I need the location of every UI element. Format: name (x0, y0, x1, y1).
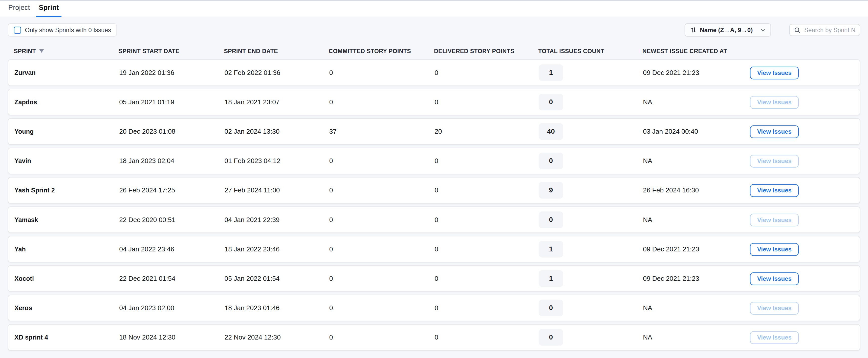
table-row: Yavin 18 Jan 2023 02:04 01 Feb 2023 04:1… (8, 147, 860, 174)
delivered-story-points: 0 (435, 275, 539, 282)
table-header: SPRINT SPRINT START DATE SPRINT END DATE… (8, 44, 860, 58)
sprint-name: Yamask (14, 217, 119, 223)
committed-story-points: 0 (329, 186, 435, 194)
newest-issue-created-at: NA (643, 304, 750, 312)
table-row: Xeros 04 Jan 2023 02:00 18 Jan 2023 01:4… (8, 295, 860, 321)
committed-story-points: 0 (329, 98, 435, 106)
sprint-end-date: 18 Jan 2023 01:46 (225, 304, 329, 312)
sprint-start-date: 05 Jan 2021 01:19 (119, 98, 224, 106)
view-issues-button: View Issues (750, 96, 799, 108)
sort-dropdown-label: Name (Z→A, 9→0) (700, 27, 753, 33)
tab-sprint[interactable]: Sprint (36, 4, 61, 17)
sprint-start-date: 18 Jan 2023 02:04 (119, 157, 224, 165)
sprint-end-date: 02 Jan 2024 13:30 (225, 128, 329, 135)
total-issues-badge: 1 (539, 241, 563, 257)
delivered-story-points: 0 (435, 157, 539, 165)
view-issues-button[interactable]: View Issues (750, 125, 799, 138)
view-issues-button[interactable]: View Issues (750, 272, 799, 285)
sprint-end-date: 18 Jan 2021 23:07 (225, 98, 329, 106)
zero-issues-filter-label: Only show Sprints with 0 Issues (25, 27, 111, 33)
sprint-start-date: 22 Dec 2020 00:51 (119, 216, 224, 224)
sprint-start-date: 19 Jan 2022 01:36 (119, 69, 224, 77)
committed-story-points: 0 (329, 216, 435, 224)
delivered-story-points: 0 (435, 69, 539, 77)
table-row: Zapdos 05 Jan 2021 01:19 18 Jan 2021 23:… (8, 89, 860, 115)
newest-issue-created-at: 26 Feb 2024 16:30 (643, 186, 750, 194)
table-row: XD sprint 4 18 Nov 2024 12:30 22 Nov 202… (8, 324, 860, 351)
column-header-committed: COMMITTED STORY POINTS (329, 48, 434, 54)
sprint-name: Young (14, 128, 119, 135)
newest-issue-created-at: 09 Dec 2021 21:23 (643, 69, 750, 77)
sprint-start-date: 26 Feb 2024 17:25 (119, 186, 224, 194)
total-issues-badge: 0 (539, 329, 563, 346)
search-icon (794, 26, 801, 33)
total-issues-badge: 0 (539, 94, 563, 110)
sort-arrows-icon (690, 27, 696, 33)
committed-story-points: 0 (329, 304, 435, 312)
newest-issue-created-at: 09 Dec 2021 21:23 (643, 275, 750, 282)
total-issues-badge: 9 (539, 182, 563, 199)
delivered-story-points: 0 (435, 98, 539, 106)
sprint-table-body: Zurvan 19 Jan 2022 01:36 02 Feb 2022 01:… (8, 59, 860, 351)
sprint-name: Zapdos (14, 99, 119, 105)
view-issues-button[interactable]: View Issues (750, 66, 799, 79)
sprint-name: Yah (14, 246, 119, 252)
table-row: Young 20 Dec 2023 01:08 02 Jan 2024 13:3… (8, 118, 860, 145)
view-issues-button: View Issues (750, 331, 799, 343)
committed-story-points: 0 (329, 333, 435, 341)
sprint-search (789, 24, 860, 36)
column-header-total-issues: TOTAL ISSUES COUNT (538, 48, 642, 54)
sprint-start-date: 04 Jan 2022 23:46 (119, 245, 224, 253)
committed-story-points: 0 (329, 245, 435, 253)
sprint-start-date: 04 Jan 2023 02:00 (119, 304, 224, 312)
table-row: Yash Sprint 2 26 Feb 2024 17:25 27 Feb 2… (8, 177, 860, 203)
sprint-end-date: 22 Nov 2024 12:30 (225, 333, 329, 341)
committed-story-points: 0 (329, 157, 435, 165)
sprint-end-date: 05 Jan 2022 01:54 (225, 275, 329, 282)
newest-issue-created-at: NA (643, 216, 750, 224)
sort-dropdown[interactable]: Name (Z→A, 9→0) (684, 23, 771, 37)
view-issues-button[interactable]: View Issues (750, 243, 799, 255)
toolbar: Only show Sprints with 0 Issues Name (Z→… (8, 24, 860, 36)
sprint-name: Xocotl (14, 275, 119, 282)
column-header-start-date: SPRINT START DATE (119, 48, 224, 54)
table-row: Zurvan 19 Jan 2022 01:36 02 Feb 2022 01:… (8, 59, 860, 86)
total-issues-badge: 0 (539, 212, 563, 228)
committed-story-points: 37 (329, 128, 435, 135)
chevron-down-icon (761, 27, 766, 32)
newest-issue-created-at: NA (643, 333, 750, 341)
sprint-start-date: 18 Nov 2024 12:30 (119, 333, 224, 341)
sprint-name: Yavin (14, 158, 119, 164)
delivered-story-points: 0 (435, 245, 539, 253)
sprint-end-date: 02 Feb 2022 01:36 (225, 69, 329, 77)
delivered-story-points: 0 (435, 216, 539, 224)
zero-issues-filter[interactable]: Only show Sprints with 0 Issues (8, 23, 117, 37)
newest-issue-created-at: 03 Jan 2024 00:40 (643, 128, 750, 135)
sprint-name: XD sprint 4 (14, 334, 119, 340)
total-issues-badge: 40 (539, 123, 563, 140)
table-row: Xocotl 22 Dec 2021 01:54 05 Jan 2022 01:… (8, 265, 860, 292)
zero-issues-checkbox[interactable] (14, 26, 21, 33)
newest-issue-created-at: NA (643, 98, 750, 106)
newest-issue-created-at: NA (643, 157, 750, 165)
total-issues-badge: 1 (539, 64, 563, 81)
sprint-start-date: 22 Dec 2021 01:54 (119, 275, 224, 282)
sort-desc-icon (39, 49, 44, 53)
column-header-delivered: DELIVERED STORY POINTS (434, 48, 538, 54)
total-issues-badge: 0 (539, 153, 563, 169)
column-header-sprint[interactable]: SPRINT (14, 48, 119, 54)
sprint-end-date: 04 Jan 2021 22:39 (225, 216, 329, 224)
column-header-newest-issue: NEWEST ISSUE CREATED AT (642, 48, 749, 54)
table-row: Yah 04 Jan 2022 23:46 18 Jan 2022 23:46 … (8, 236, 860, 262)
delivered-story-points: 0 (435, 304, 539, 312)
sprint-start-date: 20 Dec 2023 01:08 (119, 128, 224, 135)
tab-project[interactable]: Project (6, 4, 33, 17)
total-issues-badge: 1 (539, 270, 563, 287)
sprint-page: Project Sprint Only show Sprints with 0 … (0, 0, 868, 358)
sprint-end-date: 27 Feb 2024 11:00 (225, 186, 329, 194)
tab-bar: Project Sprint (0, 0, 868, 17)
sprint-end-date: 18 Jan 2022 23:46 (225, 245, 329, 253)
view-issues-button[interactable]: View Issues (750, 184, 799, 197)
sprint-end-date: 01 Feb 2023 04:12 (225, 157, 329, 165)
committed-story-points: 0 (329, 275, 435, 282)
